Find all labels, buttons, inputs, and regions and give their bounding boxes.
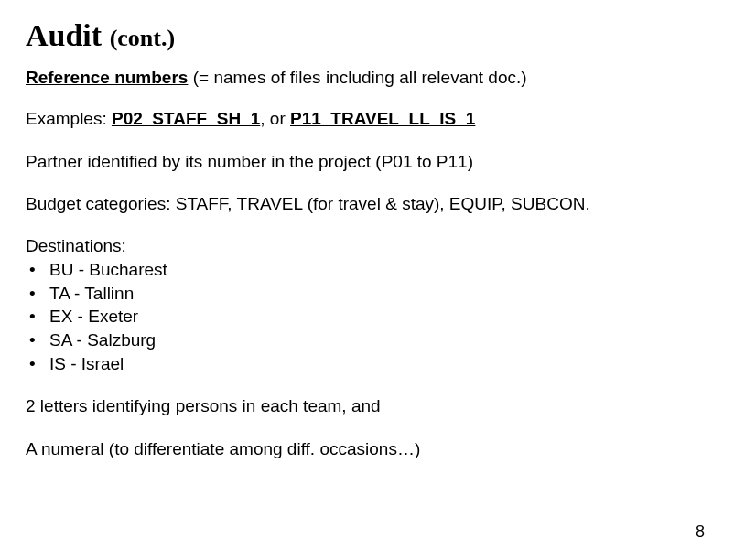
title-main: Audit [26, 18, 102, 52]
destination-text: TA - Tallinn [49, 284, 134, 303]
examples-label: Examples: [26, 109, 107, 128]
letters-line: 2 letters identifying persons in each te… [26, 395, 719, 418]
reference-label: Reference numbers [26, 68, 188, 87]
bullet-icon: • [29, 352, 49, 376]
bullet-icon: • [29, 258, 49, 282]
page-number: 8 [696, 522, 705, 542]
reference-paren: (= names of files including all relevant… [193, 68, 527, 87]
destination-text: IS - Israel [49, 354, 124, 373]
slide-title: Audit (cont.) [26, 18, 719, 53]
example-2: P11_TRAVEL_LL_IS_1 [290, 109, 475, 128]
partner-line: Partner identified by its number in the … [26, 151, 719, 174]
reference-line: Reference numbers (= names of files incl… [26, 68, 719, 88]
bullet-icon: • [29, 328, 49, 352]
list-item: •IS - Israel [26, 352, 719, 376]
destinations-block: Destinations: •BU - Bucharest •TA - Tall… [26, 236, 719, 375]
destination-text: BU - Bucharest [49, 260, 167, 279]
list-item: •TA - Tallinn [26, 282, 719, 306]
bullet-icon: • [29, 305, 49, 328]
list-item: •SA - Salzburg [26, 328, 719, 352]
title-cont: (cont.) [110, 25, 175, 51]
list-item: •EX - Exeter [26, 305, 719, 328]
destination-text: SA - Salzburg [49, 330, 156, 350]
examples-line: Examples: P02_STAFF_SH_1, or P11_TRAVEL_… [26, 108, 719, 131]
example-separator: , or [260, 109, 290, 128]
budget-line: Budget categories: STAFF, TRAVEL (for tr… [26, 193, 719, 216]
destinations-label: Destinations: [26, 236, 719, 256]
numeral-line: A numeral (to differentiate among diff. … [26, 438, 719, 461]
example-1: P02_STAFF_SH_1 [112, 109, 260, 128]
destination-text: EX - Exeter [49, 307, 138, 326]
bullet-icon: • [29, 282, 49, 306]
list-item: •BU - Bucharest [26, 258, 719, 282]
